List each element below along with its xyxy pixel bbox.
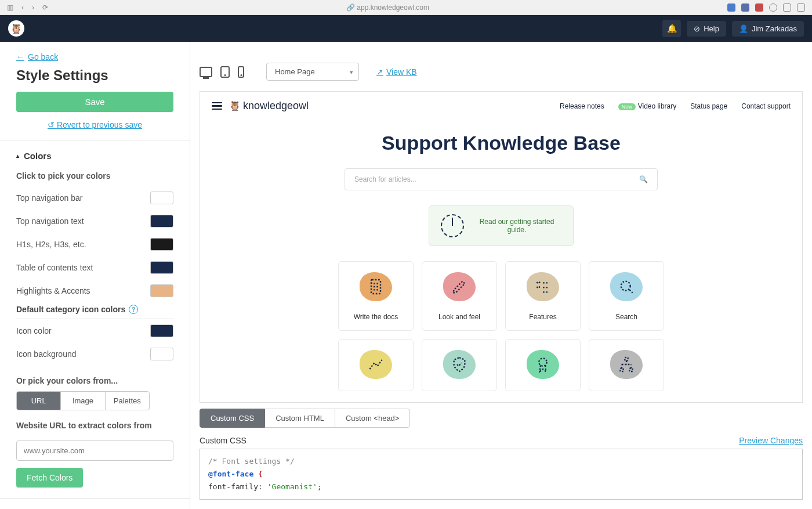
pick-colors-label: Click to pick your colors (16, 171, 173, 181)
color-row-top-nav-text: Top navigation text (16, 210, 173, 233)
svg-rect-0 (371, 280, 380, 294)
seg-url[interactable]: URL (17, 392, 61, 410)
person-icon: 👤 (739, 24, 748, 33)
card-row2-3[interactable] (505, 339, 581, 391)
svg-point-9 (539, 358, 546, 366)
preview-hero-title: Support Knowledge Base (223, 132, 779, 154)
forward-icon[interactable]: › (32, 3, 34, 12)
color-row-highlights: Highlights & Accents (16, 279, 173, 302)
nav-release-notes[interactable]: Release notes (560, 102, 604, 110)
notifications-button[interactable]: 🔔 (662, 20, 681, 37)
browser-extensions (727, 3, 805, 12)
back-icon[interactable]: ‹ (21, 3, 24, 12)
view-kb-link[interactable]: ↗ View KB (376, 67, 417, 77)
main-area: Home Page ↗ View KB 🦉 knowledgeowl Relea… (190, 42, 812, 509)
svg-rect-11 (620, 369, 623, 371)
website-url-input[interactable] (16, 441, 173, 461)
page-select[interactable]: Home Page (266, 63, 359, 81)
source-segment: URL Image Palettes (16, 391, 150, 410)
color-row-top-nav-bar: Top navigation bar (16, 186, 173, 210)
card-search[interactable]: Search (589, 261, 664, 331)
revert-link[interactable]: ↺ Revert to previous save (16, 120, 173, 129)
lock-icon: 🔗 (346, 3, 355, 12)
app-header: 🦉 🔔 ⊘ Help 👤 Jim Zarkadas (0, 15, 812, 42)
tab-custom-css[interactable]: Custom CSS (200, 409, 265, 428)
ext-icon-3[interactable] (755, 3, 763, 12)
pencil-icon (450, 277, 469, 296)
app-logo[interactable]: 🦉 (8, 20, 24, 37)
page-title: Style Settings (16, 67, 173, 84)
external-link-icon: ↗ (376, 67, 383, 77)
nav-contact-support[interactable]: Contact support (741, 102, 791, 110)
chart-icon (367, 355, 385, 374)
ext-icon-5[interactable] (783, 3, 791, 12)
arrow-left-icon: ← (16, 52, 24, 62)
card-features[interactable]: Features (505, 261, 581, 331)
ext-icon-4[interactable] (769, 3, 777, 12)
reload-icon[interactable]: ⟳ (42, 3, 48, 12)
card-row2-4[interactable] (589, 339, 664, 391)
preview-header: 🦉 knowledgeowl Release notes NewVideo li… (200, 92, 802, 120)
preview-nav: Release notes NewVideo library Status pa… (560, 102, 791, 110)
device-tablet-icon[interactable] (220, 66, 230, 78)
swatch-top-nav-bar[interactable] (150, 192, 173, 204)
sidebar-toggle-icon[interactable]: ▥ (7, 3, 13, 12)
document-icon (367, 277, 385, 296)
help-tooltip-icon[interactable]: ? (129, 305, 138, 314)
help-icon: ⊘ (694, 24, 700, 33)
editor-label: Custom CSS (200, 436, 246, 445)
preview-changes-link[interactable]: Preview Changes (739, 436, 803, 445)
swatch-headings[interactable] (150, 238, 173, 251)
color-row-toc-text: Table of contents text (16, 256, 173, 279)
color-row-icon-bg: Icon background (16, 342, 173, 366)
go-back-link[interactable]: ← Go back (16, 52, 58, 62)
seg-image[interactable]: Image (61, 392, 105, 410)
preview-search[interactable]: Search for articles... 🔍 (345, 168, 658, 190)
preview-brand[interactable]: 🦉 knowledgeowl (229, 100, 309, 112)
user-menu[interactable]: 👤 Jim Zarkadas (732, 21, 804, 37)
browser-chrome: ▥ ‹ › ⟳ 🔗 app.knowledgeowl.com (0, 0, 812, 15)
colors-section-toggle[interactable]: ▴ Colors (16, 151, 173, 161)
color-row-icon-color: Icon color (16, 319, 173, 342)
history-icon: ↺ (48, 120, 55, 129)
hierarchy-icon (617, 355, 636, 374)
card-row2-2[interactable] (422, 339, 497, 391)
swatch-toc-text[interactable] (150, 261, 173, 274)
card-write-docs[interactable]: Write the docs (338, 261, 414, 331)
seg-palettes[interactable]: Palettes (106, 392, 149, 410)
bell-icon: 🔔 (667, 24, 677, 33)
color-row-headings: H1s, H2s, H3s, etc. (16, 233, 173, 256)
ext-icon-6[interactable] (797, 3, 805, 12)
save-button[interactable]: Save (16, 92, 173, 112)
svg-point-7 (621, 281, 630, 291)
device-desktop-icon[interactable] (200, 67, 212, 77)
swatch-highlights[interactable] (150, 284, 173, 297)
tab-custom-html[interactable]: Custom HTML (265, 409, 335, 428)
preview-toolbar: Home Page ↗ View KB (190, 42, 812, 91)
nav-video-library[interactable]: NewVideo library (618, 102, 677, 110)
swatch-top-nav-text[interactable] (150, 215, 173, 228)
getting-started-callout[interactable]: Read our getting started guide. (429, 205, 574, 246)
device-phone-icon[interactable] (238, 66, 244, 78)
hamburger-icon[interactable] (212, 102, 222, 110)
card-look-feel[interactable]: Look and feel (422, 261, 497, 331)
ext-icon-1[interactable] (727, 3, 735, 12)
fetch-colors-button[interactable]: Fetch Colors (16, 468, 83, 488)
svg-line-8 (629, 290, 632, 293)
shield-check-icon (450, 355, 469, 374)
code-editor[interactable]: /* Font settings */ @font-face { font-fa… (200, 449, 803, 500)
preview-frame: 🦉 knowledgeowl Release notes NewVideo li… (200, 91, 803, 403)
nav-status-page[interactable]: Status page (690, 102, 727, 110)
tab-custom-head[interactable]: Custom <head> (335, 409, 411, 428)
swatch-icon-color[interactable] (150, 324, 173, 337)
card-row2-1[interactable] (338, 339, 414, 391)
ext-icon-2[interactable] (741, 3, 749, 12)
or-pick-label: Or pick your colors from... (16, 376, 173, 385)
category-icon-colors-heading: Default category icon colors ? (16, 305, 173, 319)
checklist-icon (534, 277, 552, 296)
caret-up-icon: ▴ (16, 153, 19, 159)
browser-url: 🔗 app.knowledgeowl.com (56, 3, 719, 12)
swatch-icon-bg[interactable] (150, 348, 173, 360)
owl-icon: 🦉 (229, 100, 241, 111)
help-button[interactable]: ⊘ Help (687, 21, 726, 37)
